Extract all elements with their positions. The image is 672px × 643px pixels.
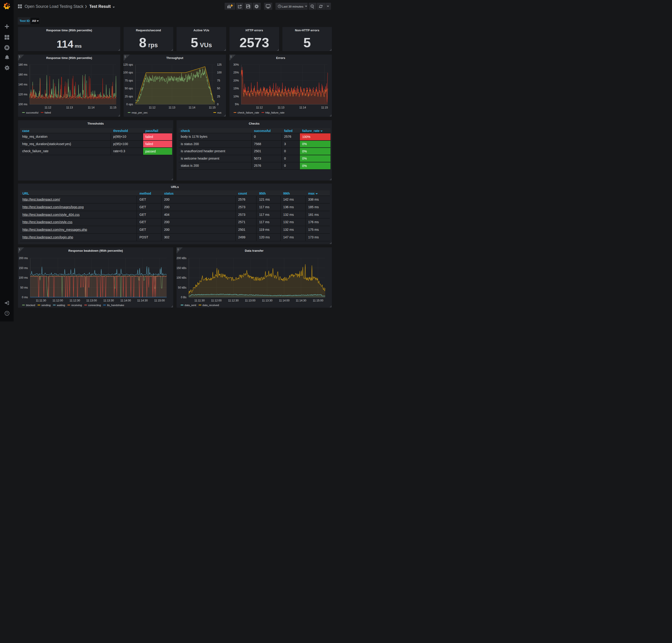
svg-text:?: ? [6, 312, 8, 315]
